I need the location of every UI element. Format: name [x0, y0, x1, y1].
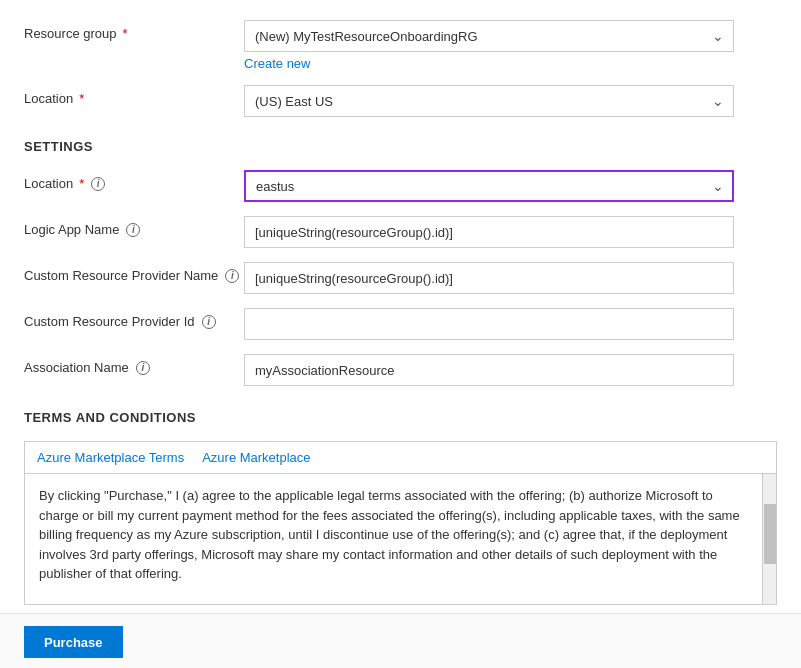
page-container: Resource group * (New) MyTestResourceOnb… — [0, 0, 801, 668]
location-label: Location * — [24, 85, 244, 106]
terms-box: Azure Marketplace Terms Azure Marketplac… — [24, 441, 777, 605]
association-name-label-text: Association Name — [24, 360, 129, 375]
resource-group-row: Resource group * (New) MyTestResourceOnb… — [24, 20, 777, 71]
custom-resource-provider-id-info-icon[interactable]: i — [202, 315, 216, 329]
logic-app-name-row: Logic App Name i — [24, 216, 777, 248]
custom-resource-provider-name-control — [244, 262, 734, 294]
terms-scrollbar-thumb — [764, 504, 776, 564]
association-name-label: Association Name i — [24, 354, 244, 375]
settings-location-dropdown[interactable]: eastus — [244, 170, 734, 202]
resource-group-dropdown-wrapper: (New) MyTestResourceOnboardingRG — [244, 20, 734, 52]
bottom-bar: Purchase — [0, 613, 801, 668]
custom-resource-provider-id-row: Custom Resource Provider Id i — [24, 308, 777, 340]
terms-tab-marketplace[interactable]: Azure Marketplace Terms — [37, 442, 196, 473]
settings-location-label-text: Location — [24, 176, 73, 191]
custom-resource-provider-name-info-icon[interactable]: i — [225, 269, 239, 283]
association-name-control — [244, 354, 734, 386]
custom-resource-provider-id-label: Custom Resource Provider Id i — [24, 308, 244, 329]
location-control: (US) East US — [244, 85, 734, 117]
location-dropdown-wrapper: (US) East US — [244, 85, 734, 117]
purchase-button[interactable]: Purchase — [24, 626, 123, 658]
terms-tabs: Azure Marketplace Terms Azure Marketplac… — [25, 442, 776, 474]
required-star: * — [123, 26, 128, 41]
terms-scrollbar[interactable] — [762, 474, 776, 604]
location-label-text: Location — [24, 91, 73, 106]
settings-location-control: eastus — [244, 170, 734, 202]
settings-section-header: SETTINGS — [24, 139, 777, 154]
resource-group-dropdown[interactable]: (New) MyTestResourceOnboardingRG — [244, 20, 734, 52]
custom-resource-provider-id-label-text: Custom Resource Provider Id — [24, 314, 195, 329]
custom-resource-provider-name-label-text: Custom Resource Provider Name — [24, 268, 218, 283]
logic-app-name-label-text: Logic App Name — [24, 222, 119, 237]
logic-app-name-control — [244, 216, 734, 248]
settings-location-row: Location * i eastus — [24, 170, 777, 202]
custom-resource-provider-name-label: Custom Resource Provider Name i — [24, 262, 244, 283]
location-required-star: * — [79, 91, 84, 106]
terms-content-text: By clicking "Purchase," I (a) agree to t… — [25, 474, 776, 604]
terms-tab-azure-marketplace[interactable]: Azure Marketplace — [202, 442, 322, 473]
resource-group-control: (New) MyTestResourceOnboardingRG Create … — [244, 20, 734, 71]
association-name-input[interactable] — [244, 354, 734, 386]
resource-group-label-text: Resource group — [24, 26, 117, 41]
settings-location-label: Location * i — [24, 170, 244, 191]
logic-app-name-info-icon[interactable]: i — [126, 223, 140, 237]
logic-app-name-input[interactable] — [244, 216, 734, 248]
custom-resource-provider-id-input[interactable] — [244, 308, 734, 340]
association-name-row: Association Name i — [24, 354, 777, 386]
location-row: Location * (US) East US — [24, 85, 777, 117]
logic-app-name-label: Logic App Name i — [24, 216, 244, 237]
terms-content-wrapper: By clicking "Purchase," I (a) agree to t… — [25, 474, 776, 604]
location-dropdown[interactable]: (US) East US — [244, 85, 734, 117]
settings-location-dropdown-wrapper: eastus — [244, 170, 734, 202]
create-new-link[interactable]: Create new — [244, 56, 734, 71]
custom-resource-provider-name-input[interactable] — [244, 262, 734, 294]
custom-resource-provider-name-row: Custom Resource Provider Name i — [24, 262, 777, 294]
settings-location-required-star: * — [79, 176, 84, 191]
association-name-info-icon[interactable]: i — [136, 361, 150, 375]
settings-location-info-icon[interactable]: i — [91, 177, 105, 191]
terms-section-header: TERMS AND CONDITIONS — [24, 410, 777, 425]
resource-group-label: Resource group * — [24, 20, 244, 41]
custom-resource-provider-id-control — [244, 308, 734, 340]
